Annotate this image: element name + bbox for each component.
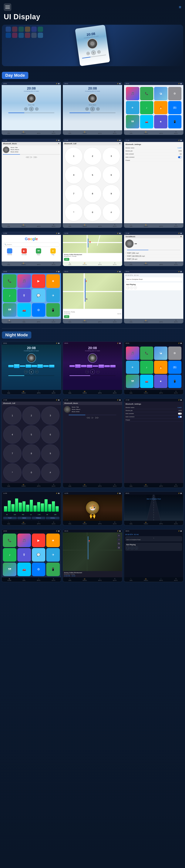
dial-9[interactable]: 9 bbox=[102, 185, 120, 203]
night-app-maps[interactable]: 🗺 bbox=[126, 375, 139, 388]
night-dial-3[interactable]: 3 bbox=[41, 406, 59, 425]
go-button[interactable]: GO bbox=[64, 258, 69, 261]
night-dial-star[interactable]: * bbox=[3, 463, 22, 482]
cp-waze[interactable]: 🚗 bbox=[17, 303, 31, 317]
cp-app1[interactable]: ★ bbox=[46, 274, 60, 288]
next-btn-2[interactable]: ▷▷ bbox=[96, 107, 100, 111]
ncp-settings[interactable]: ⚙ bbox=[32, 563, 46, 576]
menu-icon[interactable]: ≡ bbox=[179, 5, 181, 10]
zoom-in[interactable]: + bbox=[117, 534, 121, 537]
ncp-maps[interactable]: 🗺 bbox=[3, 563, 17, 576]
cp-app4[interactable]: 📱 bbox=[46, 303, 60, 317]
app-blue[interactable]: 📱 bbox=[168, 115, 182, 128]
night-dial-8[interactable]: 8 bbox=[22, 444, 41, 463]
night-auto-connect-toggle[interactable] bbox=[178, 416, 182, 418]
night-app-phone[interactable]: 📞 bbox=[140, 346, 154, 360]
dial-1[interactable]: 1 bbox=[65, 147, 83, 165]
song-item-1[interactable]: ♪ 华晨宇_彩虹.mp3 bbox=[126, 252, 182, 255]
bt-next[interactable]: ▷▷ bbox=[34, 156, 37, 158]
cp-spotify[interactable]: ♪ bbox=[3, 289, 17, 302]
dial-8[interactable]: 8 bbox=[83, 185, 101, 203]
dial-star[interactable]: * bbox=[65, 204, 83, 221]
dial-2[interactable]: 2 bbox=[83, 147, 101, 165]
cp-app2[interactable]: 🎙 bbox=[17, 289, 31, 302]
app-music[interactable]: 🎵 bbox=[126, 87, 139, 100]
night-app-telegram[interactable]: ✈ bbox=[126, 361, 139, 374]
night-app-bt[interactable]: ⟨B⟩ bbox=[168, 361, 182, 374]
night-prev-1[interactable]: ◁◁ bbox=[24, 370, 28, 373]
night-prev-2[interactable]: ◁◁ bbox=[85, 370, 89, 373]
night-app-orange[interactable]: 🔥 bbox=[154, 361, 167, 374]
zoom-out[interactable]: − bbox=[117, 538, 121, 541]
night-play-1[interactable]: ⏸ bbox=[29, 370, 34, 374]
cp-podcast[interactable]: ▶ bbox=[32, 274, 46, 288]
ncp-app3[interactable]: 💬 bbox=[32, 548, 46, 562]
ncp-phone[interactable]: 📞 bbox=[3, 533, 17, 547]
cp-phone[interactable]: 📞 bbox=[3, 274, 17, 288]
song-item-2[interactable]: ♪ 华晨宇_烟火里的尘埃.mp3 bbox=[126, 255, 182, 258]
bt-prev[interactable]: ◁◁ bbox=[26, 156, 29, 158]
play-btn[interactable]: ⏸ bbox=[29, 107, 34, 111]
night-dial-6[interactable]: 6 bbox=[41, 425, 59, 444]
night-app-weather[interactable]: 🌤 bbox=[154, 346, 167, 360]
bt-play[interactable]: ▷ bbox=[31, 156, 32, 158]
dial-3[interactable]: 3 bbox=[102, 147, 120, 165]
night-app-settings[interactable]: ⚙ bbox=[168, 346, 182, 360]
night-dial-hash[interactable]: # bbox=[41, 463, 59, 482]
north-up[interactable]: N bbox=[117, 542, 121, 545]
night-dial-2[interactable]: 2 bbox=[22, 406, 41, 425]
night-dial-9[interactable]: 9 bbox=[41, 444, 59, 463]
song-item-3[interactable]: ♪ 华晨宇_我.mp3 bbox=[126, 258, 182, 261]
np-prev[interactable]: ◁ bbox=[126, 286, 129, 289]
night-app-purple[interactable]: ★ bbox=[154, 375, 167, 388]
layer-btn[interactable]: ⊞ bbox=[117, 546, 121, 549]
auto-answer-toggle[interactable] bbox=[178, 153, 182, 155]
ncp-app1[interactable]: ★ bbox=[46, 533, 60, 547]
dial-hash[interactable]: # bbox=[102, 204, 120, 221]
night-np-prev[interactable]: ◁ bbox=[126, 546, 130, 550]
night-next-2[interactable]: ▷▷ bbox=[96, 370, 100, 373]
cp-music[interactable]: 🎵 bbox=[17, 274, 31, 288]
ncp-telegram[interactable]: ✈ bbox=[46, 548, 60, 562]
night-dial-5[interactable]: 5 bbox=[22, 425, 41, 444]
go-button-2[interactable]: GO bbox=[64, 315, 69, 318]
play-btn-2[interactable]: ⏸ bbox=[90, 107, 95, 111]
night-dial-4[interactable]: 4 bbox=[3, 425, 22, 444]
ncp-podcast[interactable]: ▶ bbox=[32, 533, 46, 547]
night-dial-7[interactable]: 7 bbox=[3, 444, 22, 463]
app-maps[interactable]: 🗺 bbox=[126, 115, 139, 128]
cp-app3[interactable]: 💬 bbox=[32, 289, 46, 302]
dial-4[interactable]: 4 bbox=[65, 166, 83, 184]
ncp-app4[interactable]: 📱 bbox=[46, 563, 60, 576]
np-play[interactable]: ▷ bbox=[130, 286, 133, 289]
hamburger-icon[interactable] bbox=[4, 3, 11, 11]
app-telegram[interactable]: ✈ bbox=[126, 101, 139, 115]
night-dial-1[interactable]: 1 bbox=[3, 406, 22, 425]
dial-6[interactable]: 6 bbox=[102, 166, 120, 184]
app-purple[interactable]: ★ bbox=[154, 115, 167, 128]
dial-0[interactable]: 0 bbox=[83, 204, 101, 221]
ncp-music[interactable]: 🎵 bbox=[17, 533, 31, 547]
cp-settings[interactable]: ⚙ bbox=[32, 303, 46, 317]
ncp-app2[interactable]: 🎙 bbox=[17, 548, 31, 562]
night-bt-prev[interactable]: ◁◁ bbox=[86, 416, 90, 419]
night-bt-next[interactable]: ▷▷ bbox=[95, 416, 99, 419]
night-app-spotify[interactable]: ♪ bbox=[140, 361, 154, 374]
ncp-waze[interactable]: 🚗 bbox=[17, 563, 31, 576]
dial-7[interactable]: 7 bbox=[65, 185, 83, 203]
night-app-blue[interactable]: 📱 bbox=[168, 375, 182, 388]
google-search-bar[interactable]: 🔍 Search... bbox=[3, 243, 60, 247]
np-next[interactable]: ▷ bbox=[134, 286, 137, 289]
cp-maps[interactable]: 🗺 bbox=[3, 303, 17, 317]
night-play-2[interactable]: ⏸ bbox=[90, 370, 95, 374]
prev-btn[interactable]: ◁◁ bbox=[24, 107, 28, 111]
app-weather[interactable]: 🌤 bbox=[154, 87, 167, 100]
night-np-next[interactable]: ▷ bbox=[135, 546, 138, 550]
app-waze[interactable]: 🚗 bbox=[140, 115, 154, 128]
night-app-waze[interactable]: 🚗 bbox=[140, 375, 154, 388]
app-phone[interactable]: 📞 bbox=[140, 87, 154, 100]
dial-5[interactable]: 5 bbox=[83, 166, 101, 184]
app-bt[interactable]: ⟨B⟩ bbox=[168, 101, 182, 115]
night-np-play[interactable]: ▷ bbox=[130, 546, 134, 550]
cp-telegram[interactable]: ✈ bbox=[46, 289, 60, 302]
